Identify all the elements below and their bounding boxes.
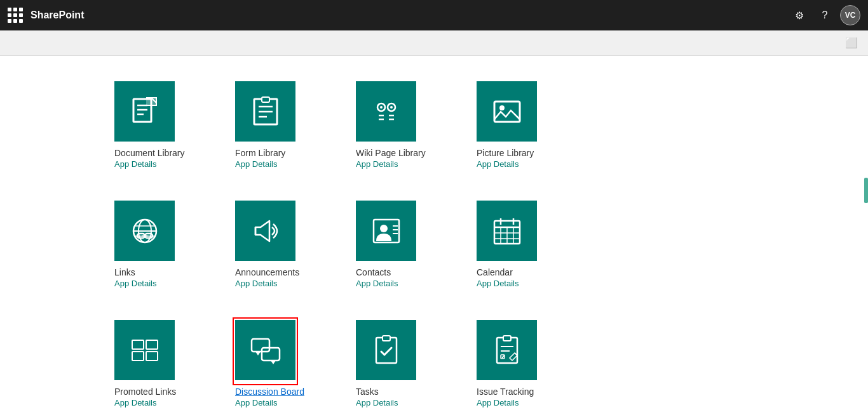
app-name-discussion-board: Discussion Board [235, 387, 304, 397]
app-item-tasks[interactable]: Tasks App Details [343, 307, 464, 417]
help-icon[interactable]: ? [815, 5, 835, 25]
main-content: Document Library App Details Form Librar… [0, 56, 868, 417]
svg-point-31 [380, 225, 388, 232]
app-grid: Document Library App Details Form Librar… [102, 62, 868, 417]
app-details-issue-tracking[interactable]: App Details [477, 398, 519, 407]
app-item-wiki-page-library[interactable]: Wiki Page Library App Details [343, 69, 464, 188]
app-details-announcements[interactable]: App Details [235, 279, 277, 288]
app-name-contacts: Contacts [356, 267, 391, 277]
app-item-discussion-board[interactable]: Discussion Board App Details [222, 307, 343, 417]
app-name-links: Links [114, 267, 135, 277]
form-library-icon [235, 81, 295, 142]
svg-rect-10 [262, 97, 269, 102]
svg-marker-51 [271, 361, 276, 364]
wiki-page-library-icon [356, 81, 416, 142]
scroll-indicator [864, 178, 868, 203]
svg-point-14 [390, 106, 393, 109]
app-name-wiki-page-library: Wiki Page Library [356, 148, 426, 158]
links-icon [114, 201, 175, 261]
topnav: SharePoint ⚙ ? VC [0, 0, 868, 30]
tasks-icon [356, 320, 416, 380]
svg-point-12 [380, 106, 383, 109]
app-details-wiki-page-library[interactable]: App Details [356, 159, 398, 169]
picture-library-icon [477, 81, 537, 142]
app-name-announcements: Announcements [235, 267, 299, 277]
svg-rect-55 [503, 336, 511, 341]
promoted-links-icon [114, 320, 175, 380]
app-item-calendar[interactable]: Calendar App Details [464, 188, 585, 307]
app-item-contacts[interactable]: Contacts App Details [343, 188, 464, 307]
svg-point-20 [499, 105, 505, 110]
document-library-icon [114, 81, 175, 142]
app-details-promoted-links[interactable]: App Details [114, 398, 156, 407]
app-details-document-library[interactable]: App Details [114, 159, 156, 169]
svg-rect-44 [132, 340, 144, 349]
app-item-issue-tracking[interactable]: Issue Tracking App Details [464, 307, 585, 417]
sharepoint-logo: SharePoint [31, 10, 789, 21]
announcements-icon [235, 201, 295, 261]
app-item-promoted-links[interactable]: Promoted Links App Details [102, 307, 222, 417]
svg-rect-48 [252, 339, 269, 352]
svg-rect-50 [262, 348, 280, 361]
expand-icon[interactable]: ⬜ [843, 34, 860, 51]
app-name-tasks: Tasks [356, 387, 379, 397]
app-name-document-library: Document Library [114, 148, 185, 158]
app-details-contacts[interactable]: App Details [356, 279, 398, 288]
app-name-issue-tracking: Issue Tracking [477, 387, 534, 397]
app-item-form-library[interactable]: Form Library App Details [222, 69, 343, 188]
app-details-discussion-board[interactable]: App Details [235, 398, 277, 407]
app-details-form-library[interactable]: App Details [235, 159, 277, 169]
apps-launcher-button[interactable] [8, 8, 23, 23]
discussion-board-wrapper [235, 320, 295, 387]
app-item-links[interactable]: Links App Details [102, 188, 222, 307]
app-details-links[interactable]: App Details [114, 279, 156, 288]
svg-rect-47 [146, 352, 158, 361]
app-item-announcements[interactable]: Announcements App Details [222, 188, 343, 307]
issue-tracking-icon [477, 320, 537, 380]
svg-rect-46 [132, 352, 144, 361]
avatar[interactable]: VC [840, 5, 860, 25]
app-details-tasks[interactable]: App Details [356, 398, 398, 407]
svg-rect-53 [383, 336, 390, 341]
contacts-icon [356, 201, 416, 261]
app-name-picture-library: Picture Library [477, 148, 534, 158]
calendar-icon [477, 201, 537, 261]
app-name-form-library: Form Library [235, 148, 285, 158]
settings-icon[interactable]: ⚙ [789, 5, 810, 25]
discussion-board-icon [235, 320, 295, 380]
app-item-document-library[interactable]: Document Library App Details [102, 69, 222, 188]
app-name-promoted-links: Promoted Links [114, 387, 176, 397]
app-item-picture-library[interactable]: Picture Library App Details [464, 69, 585, 188]
svg-marker-49 [255, 352, 261, 355]
app-details-picture-library[interactable]: App Details [477, 159, 519, 169]
svg-rect-45 [146, 340, 158, 349]
app-details-calendar[interactable]: App Details [477, 279, 519, 288]
app-name-calendar: Calendar [477, 267, 513, 277]
svg-rect-19 [494, 102, 520, 122]
subbar: ⬜ [0, 30, 868, 56]
topnav-icons: ⚙ ? VC [789, 5, 860, 25]
